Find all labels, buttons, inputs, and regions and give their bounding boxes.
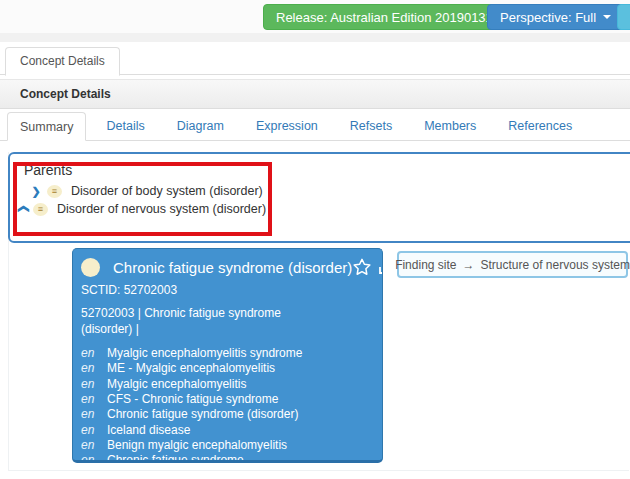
parents-panel: Parents ❯ ≡ Disorder of body system (dis…: [8, 152, 630, 243]
description-term: Myalgic encephalomyelitis: [107, 377, 246, 392]
language-code: en: [81, 453, 102, 463]
relationship-target: Structure of nervous system: [481, 258, 630, 272]
description-row: en ME - Myalgic encephalomyelitis: [81, 361, 374, 376]
concept-card-header: Chronic fatigue syndrome (disorder): [81, 254, 374, 280]
parent-row: ❯ ≡ Disorder of nervous system (disorder…: [16, 202, 266, 216]
concept-primitive-icon: ≡: [33, 203, 48, 216]
description-row: en Iceland disease: [81, 423, 374, 438]
release-dropdown-button[interactable]: Release: Australian Edition 20190131: [263, 4, 521, 30]
caret-down-icon: [603, 15, 611, 19]
parent-row: ❯ ≡ Disorder of body system (disorder): [30, 184, 263, 198]
chevron-up-icon[interactable]: ❯: [15, 203, 29, 215]
language-code: en: [81, 361, 102, 376]
language-code: en: [81, 377, 102, 392]
navbar-bottom-strip: [0, 33, 630, 42]
description-term: Iceland disease: [107, 423, 190, 438]
partial-info-button[interactable]: [617, 4, 630, 30]
perspective-dropdown-button[interactable]: Perspective: Full: [487, 4, 624, 30]
tab-concept-details[interactable]: Concept Details: [5, 47, 120, 76]
tab-refsets[interactable]: Refsets: [338, 112, 404, 141]
concept-title: Chronic fatigue syndrome (disorder): [113, 259, 352, 276]
parents-title: Parents: [24, 162, 72, 178]
language-code: en: [81, 407, 102, 422]
concept-card: Chronic fatigue syndrome (disorder) SCTI…: [72, 248, 383, 463]
perspective-button-label: Perspective: Full: [500, 10, 596, 25]
release-button-label: Release: Australian Edition 20190131: [276, 10, 493, 25]
language-code: en: [81, 423, 102, 438]
description-term: Benign myalgic encephalomyelitis: [107, 438, 287, 453]
tab-references[interactable]: References: [496, 112, 584, 141]
description-term: ME - Myalgic encephalomyelitis: [107, 361, 275, 376]
description-row: en Myalgic encephalomyelitis syndrome: [81, 346, 374, 361]
browser-screen: Release: Australian Edition 20190131 Per…: [0, 0, 630, 479]
arrow-right-icon: →: [463, 258, 475, 272]
tab-expression[interactable]: Expression: [244, 112, 330, 141]
favorite-star-icon[interactable]: [352, 257, 372, 277]
relationship-attribute: Finding site: [395, 258, 456, 272]
concept-status-icon: [81, 258, 100, 277]
language-code: en: [81, 346, 102, 361]
description-row: en Benign myalgic encephalomyelitis: [81, 438, 374, 453]
fsn-text: 52702003 | Chronic fatigue syndrome (dis…: [81, 306, 329, 337]
relationship-box[interactable]: Finding site → Structure of nervous syst…: [397, 251, 628, 278]
description-list: en Myalgic encephalomyelitis syndrome en…: [81, 346, 374, 463]
description-row: en Chronic fatigue syndrome: [81, 453, 374, 463]
description-term: CFS - Chronic fatigue syndrome: [107, 392, 278, 407]
language-code: en: [81, 392, 102, 407]
chevron-right-icon[interactable]: ❯: [30, 184, 42, 198]
language-code: en: [81, 438, 102, 453]
description-term: Chronic fatigue syndrome: [107, 453, 244, 463]
tab-summary[interactable]: Summary: [7, 112, 86, 141]
sctid-label: SCTID: 52702003: [81, 283, 374, 297]
panel-heading: Concept Details: [0, 79, 630, 109]
description-term: Myalgic encephalomyelitis syndrome: [107, 346, 302, 361]
description-term: Chronic fatigue syndrome (disorder): [107, 407, 298, 422]
concept-primitive-icon: ≡: [47, 185, 62, 198]
description-row: en Chronic fatigue syndrome (disorder): [81, 407, 374, 422]
tab-diagram[interactable]: Diagram: [165, 112, 236, 141]
parent-concept-link[interactable]: Disorder of body system (disorder): [71, 184, 263, 198]
tab-members[interactable]: Members: [412, 112, 488, 141]
parent-concept-link[interactable]: Disorder of nervous system (disorder): [57, 202, 266, 216]
window-tab-strip: Concept Details: [0, 47, 630, 75]
panel-title: Concept Details: [20, 87, 111, 101]
open-in-new-icon[interactable]: [378, 260, 383, 275]
tab-details[interactable]: Details: [94, 112, 156, 141]
description-row: en CFS - Chronic fatigue syndrome: [81, 392, 374, 407]
concept-nav-tabs: Summary Details Diagram Expression Refse…: [0, 112, 630, 141]
description-row: en Myalgic encephalomyelitis: [81, 377, 374, 392]
